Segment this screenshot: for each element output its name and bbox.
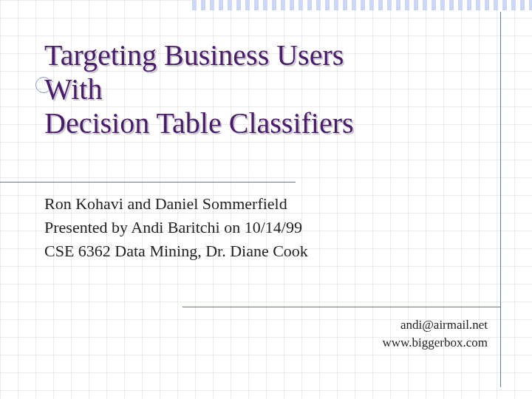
presented-line: Presented by Andi Baritchi on 10/14/99 xyxy=(44,216,308,239)
authors-line: Ron Kohavi and Daniel Sommerfield xyxy=(44,192,308,216)
footer-email: andi@airmail.net xyxy=(383,316,488,334)
top-stripe-decoration xyxy=(192,0,532,10)
slide-footer: andi@airmail.net www.biggerbox.com xyxy=(383,316,488,352)
horizontal-rule-lower xyxy=(183,307,500,307)
horizontal-rule-upper xyxy=(0,182,296,183)
course-line: CSE 6362 Data Mining, Dr. Diane Cook xyxy=(44,239,308,263)
footer-url: www.biggerbox.com xyxy=(383,334,488,352)
title-line-2: With xyxy=(44,72,102,106)
slide-title: Targeting Business Users With Decision T… xyxy=(44,38,458,140)
title-line-3: Decision Table Classifiers xyxy=(44,106,354,140)
title-line-1: Targeting Business Users xyxy=(44,38,344,72)
slide-body: Ron Kohavi and Daniel Sommerfield Presen… xyxy=(44,192,308,263)
vertical-rule-right xyxy=(500,12,501,387)
